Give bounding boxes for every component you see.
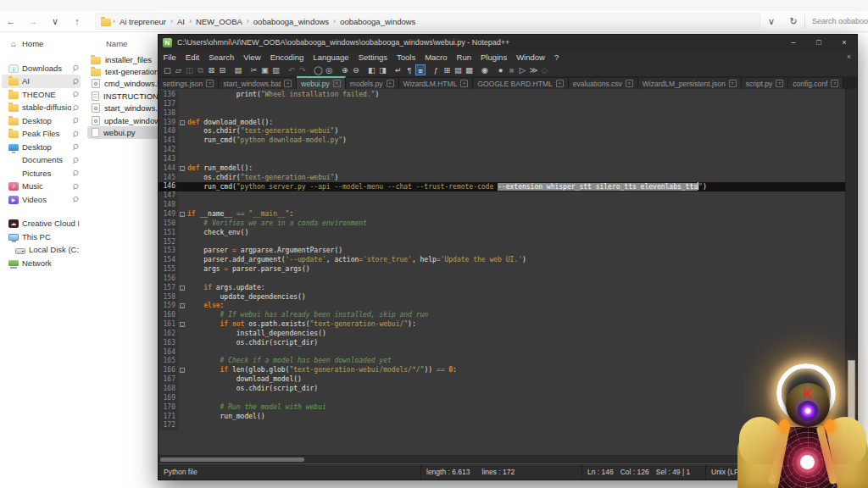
code-line[interactable]: 144-def run_model(): — [159, 164, 846, 174]
code-line[interactable]: 140 os.chdir("text-generation-webui") — [159, 127, 846, 136]
code-line[interactable]: 153 parser = argparse.ArgumentParser() — [159, 247, 846, 256]
tab-close-icon[interactable]: × — [831, 80, 838, 87]
code-line[interactable]: 170 # Run the model with webui — [159, 403, 846, 413]
code-line[interactable]: 161- if not os.path.exists("text-generat… — [159, 320, 846, 330]
tab-close-icon[interactable]: × — [387, 80, 394, 87]
sidebar-item-videos[interactable]: ▶Videos — [2, 193, 81, 207]
breadcrumb-item[interactable]: oobabooga_windows — [251, 17, 331, 26]
code-line[interactable]: 147 — [159, 191, 846, 201]
sidebar-item-desktop[interactable]: Desktop — [2, 141, 81, 154]
address-dropdown-icon[interactable]: ∨ — [760, 16, 782, 27]
save-macro-icon[interactable]: ◇ — [540, 64, 550, 75]
code-line[interactable]: 145 os.chdir("text-generation-webui") — [159, 174, 846, 183]
tab-webui-py[interactable]: webui.py× — [297, 76, 346, 89]
fold-collapse-icon[interactable]: - — [180, 166, 185, 171]
code-line[interactable]: 150 # Verifies we are in a conda environ… — [159, 219, 846, 229]
code-line[interactable]: 163 os.chdir(script_dir) — [159, 339, 846, 348]
back-icon[interactable]: ← — [0, 16, 22, 26]
refresh-icon[interactable]: ↻ — [782, 16, 804, 27]
up-icon[interactable]: ↑ — [66, 16, 88, 26]
menu-search[interactable]: Search — [204, 53, 239, 62]
tab-google-bard-html[interactable]: GOOGLE BARD.HTML× — [473, 78, 568, 89]
sidebar-item-downloads[interactable]: ↓Downloads — [2, 62, 81, 75]
menu-window[interactable]: Window — [512, 53, 550, 62]
save-all-icon[interactable]: ⧉ — [196, 64, 206, 75]
code-line[interactable]: 172 — [159, 421, 846, 430]
sidebar-item-desktop[interactable]: Desktop — [2, 114, 81, 128]
tab-close-icon[interactable]: × — [729, 80, 737, 87]
record-macro-icon[interactable]: ● — [496, 64, 506, 75]
sync-horizontal-scroll-icon[interactable]: ◨ — [378, 64, 388, 75]
code-line[interactable]: 155 args = parser.parse_args() — [159, 265, 846, 274]
fold-collapse-icon[interactable]: - — [180, 368, 185, 373]
sidebar-item-music[interactable]: ♪Music — [2, 180, 81, 193]
monitoring-icon[interactable]: ◉ — [480, 64, 490, 75]
function-list-icon[interactable]: ƒ — [431, 64, 442, 75]
print-icon[interactable]: ▤ — [233, 64, 243, 75]
code-line[interactable]: 141 run_cmd("python download-model.py") — [159, 136, 846, 146]
breadcrumb-item[interactable]: oobabooga_windows — [337, 17, 418, 26]
code-line[interactable]: 138 — [159, 109, 846, 119]
close-all-icon[interactable]: ⊟ — [218, 64, 228, 75]
menu-macro[interactable]: Macro — [420, 53, 452, 62]
sidebar-item-theone[interactable]: THEONE — [2, 88, 81, 102]
document-map-icon[interactable]: ⊞ — [442, 64, 453, 75]
recent-locations-icon[interactable]: ∨ — [44, 16, 66, 27]
search-input[interactable]: Search oobaboog — [804, 14, 868, 28]
code-line[interactable]: 148 — [159, 201, 846, 210]
vertical-scrollbar-thumb[interactable] — [848, 360, 855, 420]
notepadpp-titlebar[interactable]: N C:\Users\ohmni\AI\NEW_OOBA\oobabooga_w… — [159, 35, 857, 50]
tab-close-icon[interactable]: × — [284, 80, 292, 87]
minimize-button[interactable]: – — [781, 38, 806, 47]
tab-close-icon[interactable]: × — [626, 80, 633, 87]
code-line[interactable]: 154 parser.add_argument('--update', acti… — [159, 256, 846, 265]
close-button[interactable]: × — [832, 38, 857, 47]
folder-as-workspace-icon[interactable]: ▦ — [465, 64, 475, 75]
fold-collapse-icon[interactable]: - — [180, 212, 185, 217]
undo-icon[interactable]: ↶ — [287, 64, 297, 75]
horizontal-scrollbar-thumb[interactable] — [160, 458, 304, 462]
file-row[interactable]: webui.py — [87, 126, 162, 138]
tab-settings-json[interactable]: settings.json× — [159, 78, 219, 89]
menu-settings[interactable]: Settings — [353, 53, 392, 62]
code-line[interactable]: 167 download_model() — [159, 375, 846, 385]
save-icon[interactable]: ◫ — [185, 64, 195, 75]
breadcrumb[interactable]: ›Ai trepreneur›AI›NEW_OOBA›oobabooga_win… — [95, 13, 760, 30]
paste-icon[interactable]: ▥ — [271, 64, 281, 75]
tab-close-icon[interactable]: × — [556, 80, 564, 87]
zoom-in-icon[interactable]: ⊕ — [340, 64, 350, 75]
sidebar-item-network[interactable]: Network — [2, 257, 81, 270]
sidebar-item-ai[interactable]: AI — [2, 75, 81, 88]
sync-vertical-scroll-icon[interactable]: ◧ — [367, 64, 377, 75]
code-line[interactable]: 166- if len(glob.glob("text-generation-w… — [159, 366, 846, 375]
tab-evaluations-csv[interactable]: evaluations.csv× — [569, 78, 638, 89]
menu-file[interactable]: File — [159, 53, 181, 62]
tab-close-icon[interactable]: × — [206, 80, 214, 87]
open-file-icon[interactable]: ▱ — [174, 64, 184, 75]
vertical-scrollbar[interactable] — [845, 89, 857, 455]
tab-close-icon[interactable]: × — [776, 80, 783, 87]
run-macro-multiple-icon[interactable]: ≫ — [529, 64, 539, 75]
code-line[interactable]: 159- else: — [159, 302, 846, 311]
breadcrumb-item[interactable]: AI — [175, 17, 187, 26]
code-line[interactable]: 136 print("Wheel installation failed.") — [159, 91, 846, 100]
play-macro-icon[interactable]: ▷ — [518, 64, 528, 75]
fold-collapse-icon[interactable]: - — [180, 303, 185, 308]
tab-wizardlm-persistent-json[interactable]: WizardLM_persistent.json× — [638, 78, 742, 89]
replace-icon[interactable]: ◎ — [325, 64, 335, 75]
new-file-icon[interactable]: ▢ — [163, 64, 173, 75]
redo-icon[interactable]: ↷ — [298, 64, 308, 75]
code-line[interactable]: 162 install_dependencies() — [159, 330, 846, 339]
show-all-characters-icon[interactable]: ¶ — [404, 64, 415, 75]
zoom-out-icon[interactable]: ⊖ — [351, 64, 361, 75]
tab-config-conf[interactable]: config.conf× — [788, 78, 843, 89]
sidebar-item-stable-diffusion[interactable]: stable-diffusion — [2, 101, 81, 114]
code-line[interactable]: 142 — [159, 146, 846, 155]
sidebar-item-local-disk-c-[interactable]: Local Disk (C:) — [2, 243, 81, 257]
breadcrumb-item[interactable]: Ai trepreneur — [117, 17, 169, 26]
code-editor[interactable]: 136 print("Wheel installation failed.")1… — [159, 89, 857, 455]
fold-collapse-icon[interactable]: - — [180, 286, 185, 291]
forward-icon[interactable]: → — [22, 16, 44, 26]
horizontal-scrollbar[interactable] — [159, 455, 857, 463]
code-line[interactable]: 143 — [159, 155, 846, 164]
